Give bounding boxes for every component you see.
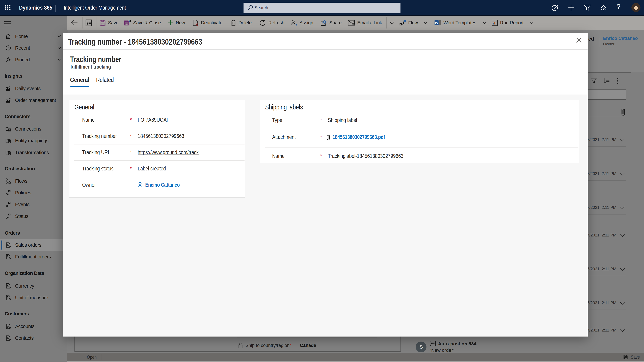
svg-text:W: W	[435, 21, 438, 25]
